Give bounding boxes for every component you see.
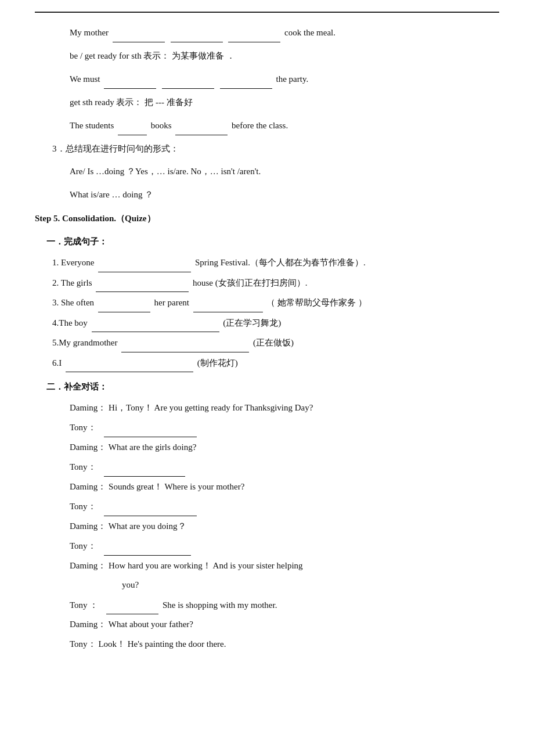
item4-prefix: 4.The boy (52, 318, 88, 327)
tony-line-6: Look！ He's painting the door there. (98, 639, 226, 649)
books-text: books (151, 121, 172, 130)
blank-2 (171, 23, 223, 42)
speaker-daming-5: Daming： (70, 561, 106, 570)
speaker-daming-4: Daming： (70, 521, 106, 531)
dialog-line-7: Daming： What are you doing？ (70, 517, 499, 536)
we-must-suffix: the party. (276, 74, 309, 84)
speaker-tony-4: Tony： (70, 541, 96, 550)
daming-line-2: What are the girls doing? (109, 442, 197, 452)
dialog-line-10: Tony ： She is shopping with my mother. (70, 596, 499, 615)
blank-tony-5 (106, 596, 158, 615)
completion-item-4: 4.The boy (正在学习舞龙) (52, 314, 499, 333)
form-line-2: What is/are … doing ？ (70, 186, 499, 204)
form-line-1: Are/ Is …doing ？Yes，… is/are. No，… isn't… (70, 163, 499, 181)
blank-tony-2 (104, 458, 185, 477)
item4-suffix: (正在学习舞龙) (223, 318, 281, 327)
dialog-line-1: Daming： Hi，Tony！ Are you getting ready f… (70, 399, 499, 417)
blank-tony-3 (104, 497, 197, 516)
item5-prefix: 5.My grandmother (52, 338, 117, 347)
tony-line-5: She is shopping with my mother. (163, 600, 277, 610)
blank-item3a (98, 293, 150, 312)
blank-6 (220, 70, 272, 89)
speaker-tony-3: Tony： (70, 502, 96, 511)
daming-line-4: What are you doing？ (109, 521, 186, 531)
daming-line-6: What about your father? (109, 620, 193, 629)
completion-item-3: 3. She often her parent （ 她常帮助父母作家务 ） (52, 293, 499, 312)
blank-4 (104, 70, 156, 89)
top-divider (35, 12, 499, 13)
item5-suffix: (正在做饭) (253, 338, 294, 347)
blank-item3b (193, 293, 263, 312)
students-prefix: The students (70, 121, 114, 130)
daming-line-5: How hard you are working！ And is your si… (109, 561, 303, 570)
speaker-daming-6: Daming： (70, 620, 106, 629)
blank-item5 (121, 333, 249, 352)
item2-suffix: house (女孩们正在打扫房间）. (193, 278, 308, 287)
speaker-tony-1: Tony： (70, 423, 96, 432)
daming-line-5b: you? (122, 580, 139, 589)
item3-suffix: （ 她常帮助父母作家务 ） (266, 298, 367, 307)
blank-item2 (96, 273, 189, 293)
blank-item1 (98, 253, 191, 272)
dialog-line-5: Daming： Sounds great！ Where is your moth… (70, 478, 499, 496)
item6-suffix: (制作花灯) (197, 358, 238, 368)
example-sentence-3: The students books before the class. (70, 116, 499, 135)
students-suffix: before the class. (232, 121, 288, 130)
speaker-daming-3: Daming： (70, 482, 106, 491)
blank-3 (228, 23, 280, 42)
completion-item-1: 1. Everyone Spring Festival.（每个人都在为春节作准备… (52, 253, 499, 272)
speaker-daming-2: Daming： (70, 442, 106, 452)
item3-mid: her parent (154, 298, 189, 307)
dialog-line-4: Tony： (70, 458, 499, 477)
dialog-line-12: Tony： Look！ He's painting the door there… (70, 635, 499, 654)
blank-1 (113, 23, 165, 42)
daming-line-3: Sounds great！ Where is your mother? (109, 482, 244, 491)
item3-prefix: 3. She often (52, 298, 94, 307)
blank-7 (118, 116, 147, 135)
speaker-tony-5: Tony ： (70, 600, 98, 610)
sentence-suffix: cook the meal. (284, 28, 335, 37)
item2-prefix: 2. The girls (52, 278, 92, 287)
step5-title: Step 5. Consolidation.（Quize） (35, 210, 499, 228)
example-sentence-1: My mother cook the meal. (70, 23, 499, 42)
note-2: get sth ready 表示： 把 --- 准备好 (70, 93, 499, 112)
blank-5 (162, 70, 214, 89)
blank-8 (175, 116, 228, 135)
sentence-prefix: My mother (70, 28, 109, 37)
dialog-line-3: Daming： What are the girls doing? (70, 438, 499, 457)
note-1: be / get ready for sth 表示： 为某事做准备 ． (70, 47, 499, 66)
dialog-line-8: Tony： (70, 537, 499, 556)
speaker-tony-2: Tony： (70, 462, 96, 471)
speaker-tony-6: Tony： (70, 639, 96, 649)
completion-item-6: 6.I (制作花灯) (52, 354, 499, 373)
dialog-line-6: Tony： (70, 497, 499, 516)
completion-item-5: 5.My grandmother (正在做饭) (52, 333, 499, 352)
dialog-line-2: Tony： (70, 418, 499, 437)
section3-title: 3．总结现在进行时问句的形式： (52, 140, 499, 159)
blank-tony-4 (104, 537, 191, 556)
example-sentence-2: We must the party. (70, 70, 499, 89)
dialog-line-11: Daming： What about your father? (70, 615, 499, 634)
item6-prefix: 6.I (52, 358, 62, 368)
blank-item4 (92, 314, 219, 333)
we-must-prefix: We must (70, 74, 100, 84)
daming-line-1: Hi，Tony！ Are you getting ready for Thank… (109, 403, 313, 412)
item1-prefix: 1. Everyone (52, 258, 94, 267)
blank-tony-1 (104, 418, 197, 437)
completion-item-2: 2. The girls house (女孩们正在打扫房间）. (52, 273, 499, 293)
dialog-line-9: Daming： How hard you are working！ And is… (70, 557, 499, 575)
speaker-daming-1: Daming： (70, 403, 106, 412)
dialog-line-9b: you? (122, 576, 499, 595)
part1-title: 一．完成句子： (46, 233, 499, 251)
item1-suffix: Spring Festival.（每个人都在为春节作准备）. (195, 258, 366, 267)
blank-item6 (66, 354, 193, 373)
part2-title: 二．补全对话： (46, 378, 499, 397)
